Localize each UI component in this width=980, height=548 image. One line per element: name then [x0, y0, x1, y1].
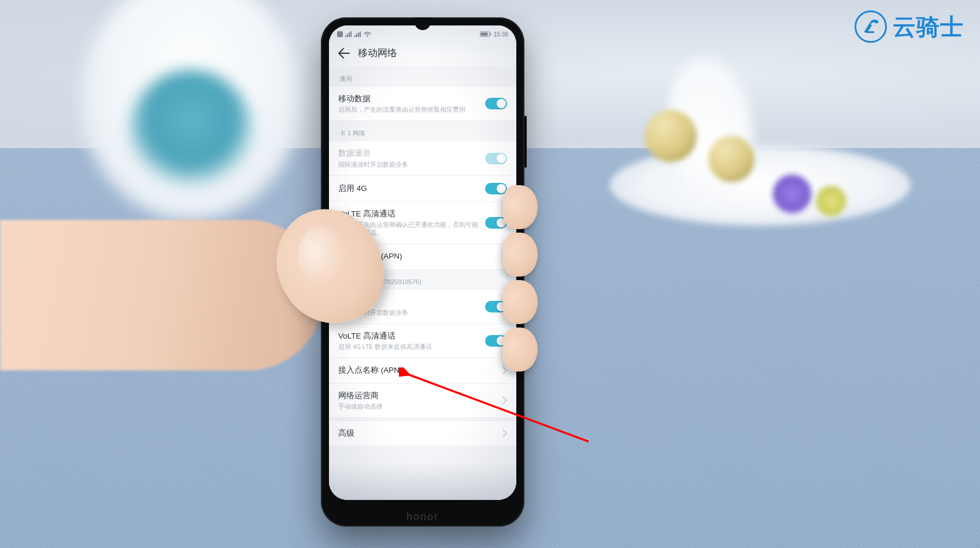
svg-rect-3 — [490, 33, 491, 35]
row-carrier[interactable]: 网络运营商 手动或自动选择 — [329, 384, 516, 418]
chevron-right-icon — [502, 429, 507, 437]
row-enable-4g[interactable]: 启用 4G — [329, 176, 516, 202]
watermark-text: 云骑士 — [893, 11, 964, 43]
hand-arm — [0, 220, 324, 370]
row-roaming-sim1[interactable]: 数据漫游 国际漫游时开启数据业务 — [329, 141, 516, 175]
svg-rect-2 — [480, 33, 487, 36]
signal2-icon — [354, 31, 361, 37]
row-sub: 启用后，产生的流量将由运营商收取相应费用 — [338, 105, 478, 113]
row-title: 网络运营商 — [338, 391, 495, 401]
row-title: 接入点名称 (APN) — [338, 365, 495, 376]
phone-brand: honor — [321, 511, 524, 523]
chevron-right-icon — [502, 396, 507, 404]
toggle-roaming-sim1[interactable] — [485, 153, 507, 164]
row-title: VoLTE 高清通话 — [338, 331, 478, 341]
toggle-mobile-data[interactable] — [485, 98, 507, 109]
row-title: VoLTE 高清通话 — [338, 209, 478, 219]
section-header-general: 通用 — [329, 67, 516, 87]
row-advanced[interactable]: 高级 — [329, 421, 516, 446]
row-sub: 国际漫游时开启数据业务 — [338, 160, 478, 168]
row-apn-sim2[interactable]: 接入点名称 (APN) — [329, 358, 516, 383]
watermark: 云骑士 — [855, 10, 964, 43]
app-header: 移动网络 — [329, 41, 516, 67]
svg-point-5 — [867, 27, 870, 29]
svg-rect-6 — [866, 31, 874, 33]
row-title: 移动数据 — [338, 94, 478, 104]
carrier-icon — [337, 31, 343, 37]
row-title: 启用 4G — [338, 183, 478, 194]
section-header-sim1: 卡 1 网络 — [329, 121, 516, 141]
row-sub: 手动或自动选择 — [338, 402, 495, 410]
svg-rect-0 — [337, 31, 343, 37]
status-time: 15:36 — [494, 31, 508, 38]
back-icon[interactable] — [338, 48, 350, 58]
watermark-badge-icon — [855, 10, 887, 43]
battery-icon — [480, 31, 491, 37]
row-title: 高级 — [338, 428, 495, 439]
row-mobile-data[interactable]: 移动数据 启用后，产生的流量将由运营商收取相应费用 — [329, 87, 516, 121]
page-title: 移动网络 — [358, 46, 397, 60]
hand-fingers — [503, 185, 538, 382]
row-sub: 启用 4G LTE 数据来提供高清通话 — [338, 343, 478, 351]
row-title: 数据漫游 — [338, 148, 478, 159]
wifi-icon — [364, 31, 371, 37]
row-volte-sim2[interactable]: VoLTE 高清通话 启用 4G LTE 数据来提供高清通话 — [329, 324, 516, 358]
signal-icon — [345, 31, 352, 37]
